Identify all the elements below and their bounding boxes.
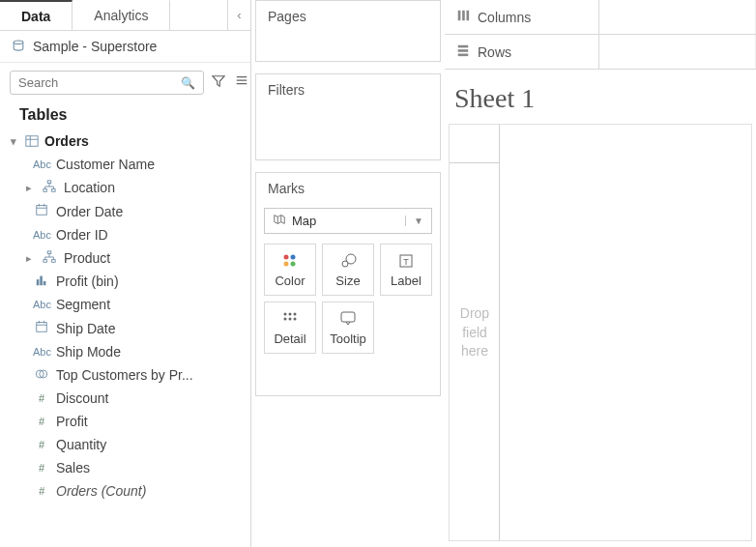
mark-color-button[interactable]: Color: [264, 244, 316, 296]
field-label: Order ID: [56, 227, 108, 243]
field-sales[interactable]: #Sales: [0, 456, 250, 479]
mark-btn-label: Color: [275, 274, 305, 288]
field-top-customers[interactable]: Top Customers by Pr...: [0, 363, 250, 387]
svg-rect-6: [47, 251, 51, 254]
data-pane: Data Analytics ‹ Sample - Superstore 🔍 ▼…: [0, 0, 251, 547]
columns-label: Columns: [478, 10, 531, 25]
mark-size-button[interactable]: Size: [322, 244, 374, 296]
svg-rect-30: [458, 11, 461, 21]
sheet-title[interactable]: Sheet 1: [449, 75, 752, 124]
mark-type-select[interactable]: Map ▼: [264, 208, 432, 234]
pages-card[interactable]: Pages: [255, 0, 441, 62]
label-icon: T: [397, 252, 415, 270]
caret-right-icon: ▸: [23, 252, 35, 265]
cards-pane: Pages Filters Marks Map ▼ Color: [251, 0, 445, 547]
search-icon: 🔍: [181, 76, 195, 90]
fields-tree[interactable]: ▾ Orders AbcCustomer Name ▸Location Orde…: [0, 130, 250, 547]
svg-rect-5: [37, 206, 47, 216]
drop-field-hint: Drop field here: [450, 304, 500, 361]
abc-icon: Abc: [33, 299, 50, 310]
view-pane: Columns Rows Sheet 1 Drop field here: [445, 0, 756, 547]
color-icon: [281, 252, 299, 270]
svg-point-28: [294, 317, 297, 320]
svg-point-26: [284, 317, 287, 320]
mark-tooltip-button[interactable]: Tooltip: [322, 302, 374, 354]
filter-icon[interactable]: [210, 72, 227, 93]
view-canvas[interactable]: Drop field here: [449, 124, 752, 541]
datasource-row[interactable]: Sample - Superstore: [0, 31, 250, 63]
svg-rect-32: [467, 11, 470, 21]
svg-point-23: [284, 312, 287, 315]
rows-shelf[interactable]: Rows: [445, 35, 756, 70]
number-icon: #: [33, 416, 50, 427]
filters-card[interactable]: Filters: [255, 73, 441, 160]
field-orders-count[interactable]: #Orders (Count): [0, 479, 250, 503]
field-location[interactable]: ▸Location: [0, 176, 250, 199]
col-header-corner[interactable]: [450, 125, 499, 163]
field-order-id[interactable]: AbcOrder ID: [0, 223, 250, 246]
svg-rect-2: [47, 181, 51, 184]
field-quantity[interactable]: #Quantity: [0, 433, 250, 456]
calendar-icon: [33, 203, 50, 219]
chevron-down-icon: ▼: [405, 216, 423, 226]
mark-label-button[interactable]: T Label: [380, 244, 432, 296]
svg-rect-31: [462, 11, 465, 21]
svg-point-18: [291, 261, 296, 266]
tab-analytics[interactable]: Analytics: [73, 0, 170, 30]
rows-drop-zone[interactable]: [599, 35, 756, 69]
svg-rect-12: [37, 323, 47, 332]
abc-icon: Abc: [33, 229, 50, 241]
field-label: Discount: [56, 390, 108, 406]
svg-point-20: [346, 254, 356, 264]
number-icon: #: [33, 439, 50, 450]
view-list-icon[interactable]: [233, 72, 250, 93]
svg-rect-4: [52, 189, 56, 192]
field-profit[interactable]: #Profit: [0, 410, 250, 433]
hierarchy-icon: [41, 180, 58, 195]
svg-rect-3: [44, 189, 47, 192]
field-customer-name[interactable]: AbcCustomer Name: [0, 153, 250, 176]
table-label: Orders: [44, 133, 89, 149]
collapse-icon[interactable]: ‹: [227, 0, 250, 30]
search-toolbar: 🔍 ▼: [0, 63, 250, 102]
columns-shelf[interactable]: Columns: [445, 0, 756, 35]
svg-rect-29: [341, 312, 355, 322]
detail-icon: [281, 310, 299, 328]
field-label: Segment: [56, 297, 110, 312]
field-profit-bin[interactable]: Profit (bin): [0, 270, 250, 293]
mark-detail-button[interactable]: Detail: [264, 302, 316, 354]
number-icon: #: [33, 485, 50, 497]
search-input[interactable]: [18, 75, 181, 90]
svg-rect-11: [44, 281, 46, 285]
set-icon: [33, 367, 50, 383]
field-label: Orders (Count): [56, 483, 146, 499]
field-segment[interactable]: AbcSegment: [0, 293, 250, 316]
field-product[interactable]: ▸Product: [0, 246, 250, 270]
field-ship-mode[interactable]: AbcShip Mode: [0, 340, 250, 363]
tab-data[interactable]: Data: [0, 0, 73, 30]
svg-point-27: [289, 317, 292, 320]
rows-icon: [456, 43, 470, 60]
field-ship-date[interactable]: Ship Date: [0, 316, 250, 340]
svg-point-16: [291, 254, 296, 259]
field-label: Profit (bin): [56, 274, 119, 289]
rows-label: Rows: [478, 44, 511, 60]
hierarchy-icon: [41, 250, 58, 266]
caret-down-icon: ▾: [8, 135, 19, 148]
field-order-date[interactable]: Order Date: [0, 199, 250, 223]
svg-text:T: T: [403, 257, 409, 267]
svg-point-0: [14, 41, 23, 44]
columns-drop-zone[interactable]: [599, 0, 756, 34]
side-tabs: Data Analytics ‹: [0, 0, 250, 31]
field-label: Location: [64, 180, 115, 195]
database-icon: [12, 40, 25, 53]
svg-point-17: [284, 261, 289, 266]
tooltip-icon: [339, 310, 357, 328]
field-discount[interactable]: #Discount: [0, 387, 250, 410]
table-orders[interactable]: ▾ Orders: [0, 130, 250, 153]
spacer: [380, 302, 432, 354]
svg-point-24: [289, 312, 292, 315]
search-box[interactable]: 🔍: [10, 71, 204, 95]
histogram-icon: [33, 274, 50, 289]
abc-icon: Abc: [33, 346, 50, 358]
